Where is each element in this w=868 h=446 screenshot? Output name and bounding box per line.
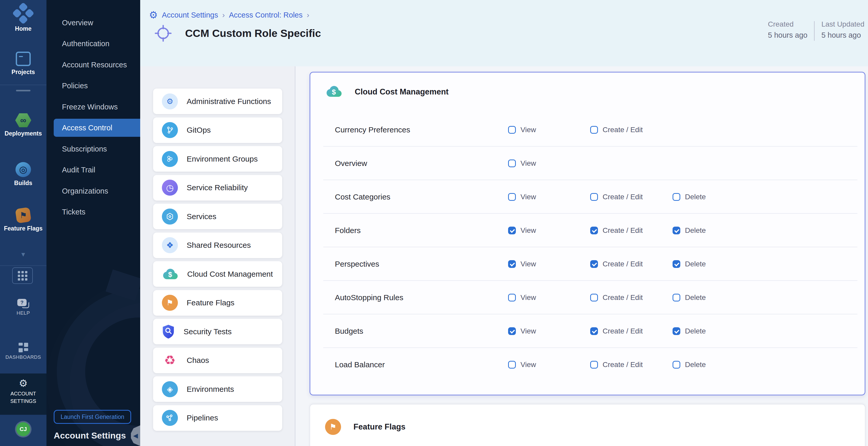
permission-view[interactable]: View bbox=[508, 180, 536, 214]
permission-view[interactable]: View bbox=[508, 113, 536, 147]
rail-item-deployments[interactable]: ∞ Deployments bbox=[0, 113, 46, 137]
checkbox-unchecked[interactable] bbox=[590, 193, 598, 201]
launch-first-generation-button[interactable]: Launch First Generation bbox=[54, 410, 131, 424]
breadcrumb-access-control-roles[interactable]: Access Control: Roles bbox=[229, 11, 303, 19]
rail-item-projects[interactable]: Projects bbox=[0, 50, 46, 75]
permission-delete[interactable]: Delete bbox=[673, 314, 706, 348]
checkbox-unchecked[interactable] bbox=[590, 294, 598, 301]
checkbox-unchecked[interactable] bbox=[590, 126, 598, 134]
breadcrumb-account-settings[interactable]: Account Settings bbox=[162, 11, 218, 19]
environments-icon: ◈ bbox=[162, 381, 178, 397]
category-card-shared[interactable]: ❖Shared Resources bbox=[153, 232, 282, 258]
category-card-envgroups[interactable]: Environment Groups bbox=[153, 146, 282, 172]
category-card-environments[interactable]: ◈Environments bbox=[153, 376, 282, 402]
checkbox-checked[interactable] bbox=[508, 327, 516, 335]
category-card-admin[interactable]: ⚙Administrative Functions bbox=[153, 89, 282, 114]
permission-view[interactable]: View bbox=[508, 214, 536, 247]
shared-icon: ❖ bbox=[162, 237, 178, 253]
permission-label: Delete bbox=[685, 360, 706, 369]
rail-item-dashboards[interactable]: DASHBOARDS bbox=[0, 343, 46, 360]
ccm-permissions-panel: $ Cloud Cost Management Currency Prefere… bbox=[310, 72, 865, 395]
module-picker-button[interactable] bbox=[12, 267, 33, 284]
meta-divider bbox=[814, 21, 814, 41]
permission-label: View bbox=[521, 193, 536, 201]
checkbox-unchecked[interactable] bbox=[508, 361, 516, 369]
checkbox-unchecked[interactable] bbox=[673, 294, 680, 301]
permission-delete[interactable]: Delete bbox=[673, 214, 706, 247]
checkbox-checked[interactable] bbox=[590, 260, 598, 268]
category-card-gitops[interactable]: GitOps bbox=[153, 118, 282, 143]
permission-label: Create / Edit bbox=[602, 226, 643, 234]
permission-create-edit[interactable]: Create / Edit bbox=[590, 281, 643, 314]
rail-item-home[interactable]: Home bbox=[0, 6, 46, 32]
checkbox-checked[interactable] bbox=[590, 327, 598, 335]
sidebar-item-overview[interactable]: Overview bbox=[54, 14, 140, 32]
category-card-cloud[interactable]: $Cloud Cost Management bbox=[153, 261, 282, 287]
category-label: Environment Groups bbox=[187, 155, 258, 163]
checkbox-checked[interactable] bbox=[673, 327, 680, 335]
checkbox-unchecked[interactable] bbox=[673, 193, 680, 201]
sidebar-item-authentication[interactable]: Authentication bbox=[54, 35, 140, 53]
permission-delete[interactable]: Delete bbox=[673, 247, 706, 281]
role-target-icon bbox=[155, 25, 172, 42]
rail-item-feature-flags[interactable]: ⚑ Feature Flags bbox=[0, 208, 46, 232]
sidebar-item-account-resources[interactable]: Account Resources bbox=[54, 56, 140, 74]
permission-create-edit[interactable]: Create / Edit bbox=[590, 348, 643, 381]
category-card-services[interactable]: Services bbox=[153, 204, 282, 229]
permission-label: Create / Edit bbox=[602, 126, 643, 134]
flag-icon: ⚑ bbox=[162, 295, 178, 311]
permission-row-overview: OverviewView bbox=[310, 147, 865, 180]
sidebar-item-access-control[interactable]: Access Control bbox=[54, 119, 140, 137]
ccm-permission-rows: Currency PreferencesViewCreate / EditOve… bbox=[310, 113, 865, 381]
sidebar-item-subscriptions[interactable]: Subscriptions bbox=[54, 140, 140, 158]
permission-delete[interactable]: Delete bbox=[673, 180, 706, 214]
rail-item-help[interactable]: ? HELP bbox=[0, 299, 46, 316]
permission-create-edit[interactable]: Create / Edit bbox=[590, 314, 643, 348]
sidebar-item-freeze-windows[interactable]: Freeze Windows bbox=[54, 98, 140, 116]
sidebar-item-policies[interactable]: Policies bbox=[54, 77, 140, 95]
permission-create-edit[interactable]: Create / Edit bbox=[590, 214, 643, 247]
user-avatar[interactable]: CJ bbox=[16, 422, 30, 436]
permission-delete[interactable]: Delete bbox=[673, 348, 706, 381]
permission-view[interactable]: View bbox=[508, 281, 536, 314]
category-card-reliability[interactable]: ◷Service Reliability bbox=[153, 175, 282, 200]
permission-create-edit[interactable]: Create / Edit bbox=[590, 247, 643, 281]
category-card-chaos[interactable]: ♻Chaos bbox=[153, 348, 282, 373]
category-card-pipelines[interactable]: Pipelines bbox=[153, 405, 282, 431]
checkbox-unchecked[interactable] bbox=[508, 193, 516, 201]
permission-create-edit[interactable]: Create / Edit bbox=[590, 113, 643, 147]
checkbox-unchecked[interactable] bbox=[590, 361, 598, 369]
checkbox-unchecked[interactable] bbox=[508, 294, 516, 301]
permission-row-cost-categories: Cost CategoriesViewCreate / EditDelete bbox=[310, 180, 865, 214]
permission-label: View bbox=[521, 260, 536, 268]
rail-item-builds[interactable]: ◎ Builds bbox=[0, 162, 46, 186]
sidebar-item-organizations[interactable]: Organizations bbox=[54, 182, 140, 200]
settings-sidebar: OverviewAuthenticationAccount ResourcesP… bbox=[46, 0, 140, 446]
permission-view[interactable]: View bbox=[508, 147, 536, 180]
category-label: Security Tests bbox=[184, 327, 231, 336]
checkbox-unchecked[interactable] bbox=[508, 126, 516, 134]
svg-text:$: $ bbox=[168, 270, 172, 279]
checkbox-unchecked[interactable] bbox=[508, 160, 516, 167]
permission-view[interactable]: View bbox=[508, 247, 536, 281]
admin-icon: ⚙ bbox=[162, 93, 178, 109]
permission-delete[interactable]: Delete bbox=[673, 281, 706, 314]
checkbox-checked[interactable] bbox=[508, 260, 516, 268]
module-rail: Home Projects ∞ Deployments ◎ Builds ⚑ F… bbox=[0, 0, 46, 446]
rail-expand-chevron[interactable]: ▼ bbox=[0, 251, 46, 258]
permission-create-edit[interactable]: Create / Edit bbox=[590, 180, 643, 214]
checkbox-checked[interactable] bbox=[673, 260, 680, 268]
checkbox-checked[interactable] bbox=[590, 227, 598, 234]
permission-view[interactable]: View bbox=[508, 348, 536, 381]
category-label: GitOps bbox=[187, 126, 211, 134]
checkbox-checked[interactable] bbox=[508, 227, 516, 234]
checkbox-unchecked[interactable] bbox=[673, 361, 680, 369]
checkbox-checked[interactable] bbox=[673, 227, 680, 234]
category-card-shield[interactable]: Security Tests bbox=[153, 319, 282, 344]
sidebar-item-audit-trail[interactable]: Audit Trail bbox=[54, 161, 140, 179]
permission-view[interactable]: View bbox=[508, 314, 536, 348]
sidebar-item-tickets[interactable]: Tickets bbox=[54, 203, 140, 221]
rail-item-account-settings[interactable]: ⚙ ACCOUNT SETTINGS bbox=[0, 374, 46, 415]
projects-icon bbox=[16, 52, 31, 66]
category-card-flag[interactable]: ⚑Feature Flags bbox=[153, 290, 282, 316]
